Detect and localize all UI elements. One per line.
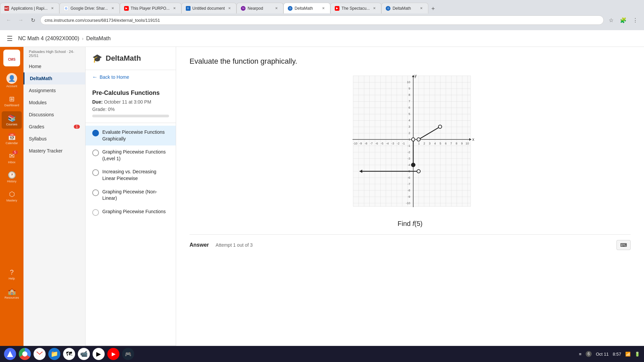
taskbar-youtube-icon[interactable]: ▶ [107,348,119,360]
tab-close-nc[interactable]: ✕ [50,6,55,11]
tab-doc[interactable]: D Untitled document ✕ [181,3,237,13]
svg-text:4: 4 [408,119,410,122]
tab-close-yt2[interactable]: ✕ [372,6,377,11]
tab-label-nearpod: Nearpod [248,6,272,11]
problem-radio-4 [92,209,99,216]
sidebar-item-calendar[interactable]: 📅 Calendar [2,130,22,148]
svg-text:8: 8 [408,93,410,97]
problem-radio-3 [92,189,99,196]
svg-text:7: 7 [450,142,452,145]
taskbar-chrome-icon[interactable] [19,348,31,360]
forward-button[interactable]: → [16,15,25,25]
tab-dm2[interactable]: ◎ DeltaMath ✕ [381,3,428,13]
course-nav-modules[interactable]: Modules [23,97,85,109]
svg-text:5: 5 [439,142,441,145]
sidebar-item-courses[interactable]: 📚 Courses [2,111,22,129]
tab-close-gdrive[interactable]: ✕ [110,6,115,11]
taskbar-maps-icon[interactable]: 🗺 [63,348,75,360]
tab-favicon-nearpod: N [241,6,246,11]
taskbar-meet-icon[interactable]: 📹 [78,348,90,360]
taskbar-play-icon[interactable]: ▶ [93,348,105,360]
svg-marker-97 [7,351,13,357]
svg-text:-8: -8 [407,189,410,192]
progress-bar [92,115,169,117]
svg-point-92 [417,138,420,141]
reload-button[interactable]: ↻ [28,15,38,25]
problem-item-2[interactable]: Increasing vs. Decreasing Linear Piecewi… [86,165,176,185]
problem-label-2: Increasing vs. Decreasing Linear Piecewi… [102,169,169,182]
tab-gdrive[interactable]: G Google Drive: Shar... ✕ [59,3,119,13]
tab-label-yt1: This Player PURPO... [131,6,170,11]
tab-yt2[interactable]: ▶ The Spectacu... ✕ [330,3,381,13]
svg-text:-9: -9 [407,195,410,198]
svg-text:6: 6 [445,142,446,145]
course-nav-syllabus[interactable]: Syllabus [23,133,85,145]
mastery-icon: ⬡ [9,190,15,198]
problem-area: Evaluate the function graphically. [176,47,644,362]
problem-item-4[interactable]: Graphing Piecewise Functions [86,205,176,219]
problem-label-0: Evaluate Piecewise Functions Graphically [102,129,169,142]
canvas-logo[interactable]: CMS [3,50,20,66]
sidebar-item-account[interactable]: 👤 Account [2,70,22,91]
svg-text:1: 1 [418,142,420,145]
sidebar-item-inbox[interactable]: ✉ 5 Inbox [2,149,22,167]
course-nav-modules-label: Modules [29,100,47,105]
sidebar-label-help: Help [9,277,15,281]
tab-close-nearpod[interactable]: ✕ [274,6,279,11]
taskbar-gmail-icon[interactable] [34,348,46,360]
course-nav-home[interactable]: Home [23,60,85,72]
tab-nc[interactable]: NC Applications | Rapi... ✕ [0,3,59,13]
graph-area: x y -10 -9 -8 -7 -6 -5 -4 -3 [343,72,477,213]
tab-yt1[interactable]: ▶ This Player PURPO... ✕ [120,3,181,13]
extensions-button[interactable]: 🧩 [619,15,628,25]
back-to-home-link[interactable]: ← Back to Home [86,70,176,84]
sidebar-label-courses: Courses [6,123,17,126]
svg-text:3: 3 [429,142,430,145]
browser-menu-button[interactable]: ⋮ [631,15,640,25]
address-bar[interactable]: cms.instructure.com/courses/681734/exter… [40,15,604,25]
problem-list: Evaluate Piecewise Functions Graphically… [86,123,176,345]
svg-text:-5: -5 [380,142,383,145]
courses-icon: 📚 [8,114,16,122]
sidebar-toggle[interactable]: ☰ [7,35,13,43]
grade-info: Grade: 0% [92,107,169,112]
course-nav-deltamath[interactable]: DeltaMath [23,72,85,84]
problem-item-3[interactable]: Graphing Piecewise (Non-Linear) [86,185,176,205]
course-nav-mastery-tracker-label: Mastery Tracker [29,148,62,154]
taskbar-steam-icon[interactable]: 🎮 [122,348,134,360]
course-nav-assignments[interactable]: Assignments [23,84,85,97]
course-nav-mastery-tracker[interactable]: Mastery Tracker [23,145,85,157]
deltamath-title: DeltaMath [106,54,141,63]
sidebar-item-help[interactable]: ? Help [2,266,22,283]
sidebar-item-history[interactable]: 🕐 History [2,168,22,186]
tab-nearpod[interactable]: N Nearpod ✕ [236,3,283,13]
problem-item-0[interactable]: Evaluate Piecewise Functions Graphically [86,126,176,145]
tab-dm1[interactable]: ◎ DeltaMath ✕ [283,3,330,13]
sidebar-item-dashboard[interactable]: ⊞ Dashboard [2,92,22,110]
keyboard-button[interactable]: ⌨ [616,240,631,250]
taskbar-start-icon[interactable] [4,348,16,360]
back-button[interactable]: ← [4,15,13,25]
tab-close-yt1[interactable]: ✕ [172,6,177,11]
problem-item-1[interactable]: Graphing Piecewise Functions (Level 1) [86,145,176,165]
tab-close-dm2[interactable]: ✕ [419,6,424,11]
sidebar-label-dashboard: Dashboard [4,104,19,107]
bookmark-button[interactable]: ☆ [606,15,616,25]
taskbar-files-icon[interactable]: 📁 [48,348,60,360]
tab-favicon-doc: D [186,6,191,11]
breadcrumb-course: NC Math 4 (24092X0000) [18,36,79,42]
tab-close-doc[interactable]: ✕ [227,6,232,11]
problem-label-3: Graphing Piecewise (Non-Linear) [102,189,169,202]
svg-text:-10: -10 [353,142,357,145]
tab-close-dm1[interactable]: ✕ [321,6,326,11]
sidebar-item-resources[interactable]: 🏫 Resources [2,285,22,302]
sidebar-item-mastery[interactable]: ⬡ Mastery [2,187,22,205]
new-tab-button[interactable]: + [428,4,438,13]
course-nav-discussions[interactable]: Discussions [23,109,85,121]
taskbar-notification-icon: ≡ [579,352,582,357]
course-nav-grades[interactable]: Grades 1 [23,121,85,133]
dashboard-icon: ⊞ [9,95,15,103]
sidebar-label-inbox: Inbox [8,161,15,164]
course-nav-home-label: Home [29,64,41,69]
sidebar-label-history: History [7,180,16,183]
